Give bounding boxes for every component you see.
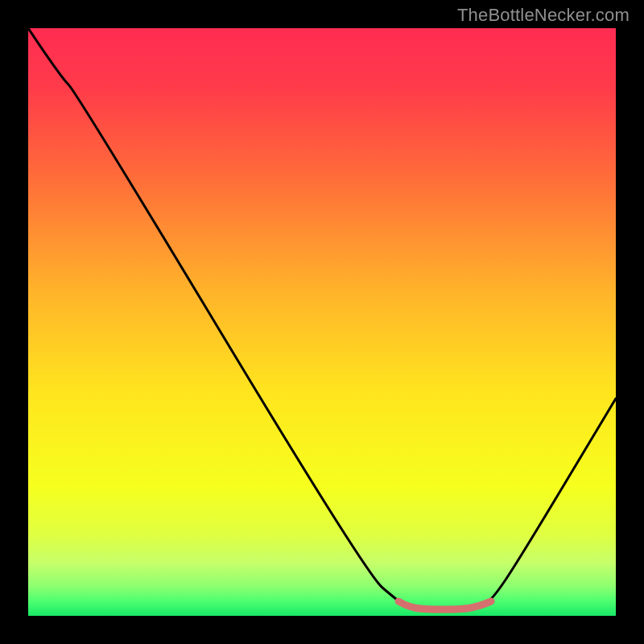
bottleneck-curve-chart [28,28,616,616]
gradient-background [28,28,616,616]
watermark-label: TheBottleNecker.com [457,5,630,26]
chart-frame [28,28,616,616]
